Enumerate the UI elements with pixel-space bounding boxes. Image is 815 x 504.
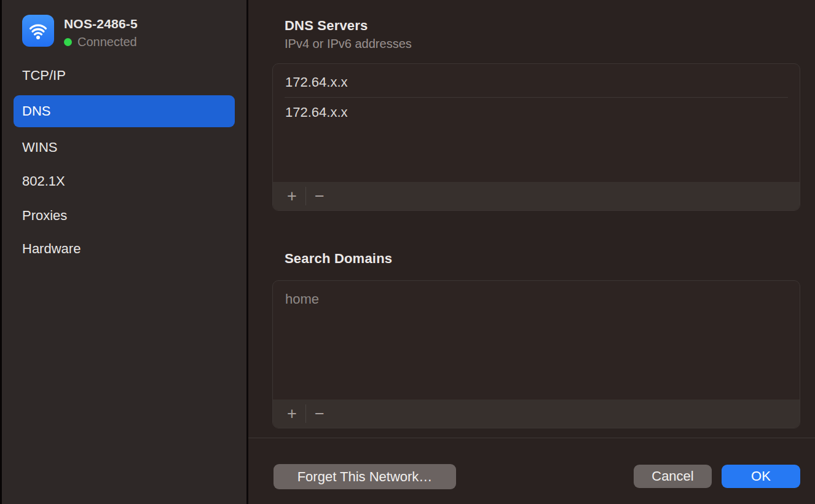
remove-search-domain-button[interactable]: − (306, 400, 333, 428)
search-domains-toolbar: + − (273, 400, 800, 428)
sidebar-item-label: WINS (22, 140, 57, 156)
wifi-icon (22, 15, 54, 47)
add-dns-server-button[interactable]: + (278, 182, 305, 210)
sidebar: NOS-2486-5 Connected TCP/IP DNS WINS 802… (2, 0, 246, 504)
dns-server-row[interactable]: 172.64.x.x (273, 98, 800, 127)
sidebar-item-label: 802.1X (22, 173, 65, 189)
sidebar-item-hardware[interactable]: Hardware (14, 233, 235, 265)
forget-network-label: Forget This Network… (297, 469, 433, 485)
ok-button[interactable]: OK (722, 465, 800, 488)
remove-dns-server-button[interactable]: − (306, 182, 333, 210)
connected-dot-icon (64, 38, 72, 46)
network-name: NOS-2486-5 (64, 17, 138, 31)
ok-label: OK (751, 468, 771, 484)
sidebar-item-tcpip[interactable]: TCP/IP (14, 60, 235, 92)
network-details-window: NOS-2486-5 Connected TCP/IP DNS WINS 802… (0, 0, 815, 504)
sidebar-item-wins[interactable]: WINS (14, 132, 235, 163)
dns-servers-title: DNS Servers (285, 18, 368, 34)
sidebar-item-label: Proxies (22, 208, 67, 224)
footer-divider (248, 438, 815, 438)
cancel-button[interactable]: Cancel (634, 465, 712, 488)
sidebar-item-label: DNS (22, 103, 50, 119)
sidebar-item-label: TCP/IP (22, 68, 66, 84)
dns-servers-rows: 172.64.x.x 172.64.x.x (273, 64, 800, 127)
dns-server-row[interactable]: 172.64.x.x (273, 68, 800, 97)
add-search-domain-button[interactable]: + (278, 400, 305, 428)
forget-network-button[interactable]: Forget This Network… (274, 464, 456, 489)
dns-servers-subtitle: IPv4 or IPv6 addresses (285, 37, 412, 51)
sidebar-item-8021x[interactable]: 802.1X (14, 165, 235, 197)
cancel-label: Cancel (652, 468, 693, 484)
sidebar-item-proxies[interactable]: Proxies (14, 200, 235, 232)
connection-status-label: Connected (77, 35, 137, 49)
search-domains-title: Search Domains (285, 251, 392, 267)
connection-status: Connected (64, 35, 137, 49)
search-domains-listbox: home + − (272, 280, 800, 428)
dns-servers-listbox: 172.64.x.x 172.64.x.x + − (272, 63, 800, 211)
search-domain-row[interactable]: home (273, 285, 800, 314)
sidebar-item-dns[interactable]: DNS (14, 95, 235, 127)
main-panel: DNS Servers IPv4 or IPv6 addresses 172.6… (248, 0, 815, 504)
search-domains-rows: home (273, 281, 800, 314)
sidebar-item-label: Hardware (22, 241, 81, 257)
dns-servers-toolbar: + − (273, 182, 800, 210)
